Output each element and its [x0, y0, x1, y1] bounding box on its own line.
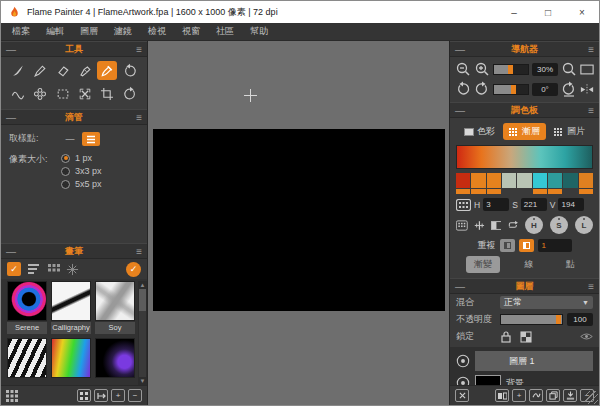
gradient-bar[interactable]	[456, 145, 593, 169]
select-rectangle-tool[interactable]	[53, 84, 73, 103]
lightness-dial[interactable]: L	[575, 216, 593, 234]
zoom-in-icon[interactable]	[474, 61, 490, 77]
menu-window[interactable]: 視窗	[175, 23, 207, 40]
brush-thumbnail[interactable]	[95, 338, 135, 378]
add-layer-button[interactable]: +	[512, 389, 526, 402]
spread-icon[interactable]	[474, 219, 485, 232]
rotation-slider[interactable]	[493, 84, 529, 95]
brush-item[interactable]: Soy	[95, 281, 135, 334]
swatch[interactable]	[502, 173, 516, 194]
swatch[interactable]	[548, 173, 562, 194]
swatch[interactable]	[533, 173, 547, 194]
transform-tool[interactable]	[75, 84, 95, 103]
brush-thumbnail[interactable]	[95, 281, 135, 321]
brush-item[interactable]	[7, 338, 47, 378]
collapse-icon[interactable]: —	[6, 246, 18, 257]
swatch[interactable]	[517, 173, 531, 194]
rotate-left-icon[interactable]	[455, 81, 471, 97]
mode-point-button[interactable]: 點	[558, 256, 583, 273]
swatch-color[interactable]	[548, 173, 562, 188]
contrast-icon[interactable]	[491, 220, 502, 231]
zoom-slider[interactable]	[493, 64, 529, 75]
grid-options-icon[interactable]	[456, 219, 468, 232]
collapse-icon[interactable]: —	[455, 281, 467, 292]
swatch-color[interactable]	[502, 173, 516, 188]
collapse-icon[interactable]: —	[6, 112, 18, 123]
close-button[interactable]: ×	[565, 1, 599, 23]
visibility-eye-icon[interactable]	[456, 354, 470, 368]
add-brush-button[interactable]: +	[111, 389, 125, 402]
menu-filter[interactable]: 濾鏡	[107, 23, 139, 40]
panel-menu-icon[interactable]: ≡	[582, 281, 594, 292]
slider-handle[interactable]	[511, 85, 516, 94]
repeat-on-toggle[interactable]	[519, 239, 534, 252]
lock-transparency-icon[interactable]	[520, 331, 532, 343]
flame-brush-tool[interactable]	[8, 61, 28, 80]
favorites-filter-checkbox[interactable]: ✓	[7, 262, 21, 276]
undo-button[interactable]	[120, 61, 140, 80]
export-layer-button[interactable]	[495, 389, 509, 402]
swatch[interactable]	[487, 173, 501, 194]
repeat-count-input[interactable]: 1	[538, 239, 572, 252]
swatch[interactable]	[563, 173, 577, 194]
layer-row-1[interactable]: 圖層 1	[450, 351, 599, 371]
scroll-up-icon[interactable]: ▲	[140, 282, 146, 288]
ink-brush-tool[interactable]	[75, 61, 95, 80]
lock-icon[interactable]	[500, 330, 512, 343]
mode-line-button[interactable]: 線	[517, 256, 542, 273]
crop-tool[interactable]	[97, 84, 117, 103]
repeat-off-toggle[interactable]	[500, 239, 515, 252]
collapse-icon[interactable]: —	[6, 44, 18, 55]
scrollbar-track[interactable]	[139, 289, 146, 377]
swatch-color[interactable]	[487, 173, 501, 188]
swatch-color[interactable]	[533, 173, 547, 188]
eraser-tool[interactable]	[53, 61, 73, 80]
swatch-color[interactable]	[471, 173, 485, 188]
minimize-button[interactable]: –	[497, 1, 531, 23]
panel-menu-icon[interactable]: ≡	[130, 246, 142, 257]
duplicate-layer-button[interactable]	[546, 389, 560, 402]
flip-horizontal-icon[interactable]	[580, 83, 594, 96]
swatch[interactable]	[579, 173, 593, 194]
radio-1px[interactable]: 1 px	[61, 153, 102, 163]
tab-gradient[interactable]: 漸層	[503, 123, 546, 140]
redo-button[interactable]	[120, 84, 140, 103]
menu-edit[interactable]: 編輯	[39, 23, 71, 40]
convert-layer-button[interactable]	[529, 389, 543, 402]
h-input[interactable]: 3	[483, 198, 509, 211]
window-resize-grip[interactable]	[585, 391, 598, 404]
panel-menu-icon[interactable]: ≡	[582, 44, 594, 55]
swatch-color[interactable]	[563, 173, 577, 188]
slider-handle[interactable]	[556, 315, 561, 324]
brush-item[interactable]	[95, 338, 135, 378]
brush-thumbnail[interactable]	[51, 338, 91, 378]
collapse-icon[interactable]: —	[455, 105, 467, 116]
smooth-curve-tool[interactable]	[8, 84, 28, 103]
slider-handle[interactable]	[508, 65, 513, 74]
zoom-out-icon[interactable]	[455, 61, 471, 77]
clear-layer-button[interactable]	[455, 389, 469, 402]
menu-layer[interactable]: 圖層	[73, 23, 105, 40]
swatch[interactable]	[456, 173, 470, 194]
eye-icon[interactable]	[580, 332, 593, 341]
fit-screen-icon[interactable]	[580, 64, 594, 75]
opacity-slider[interactable]	[500, 314, 563, 325]
menu-community[interactable]: 社區	[209, 23, 241, 40]
sparkle-icon[interactable]	[66, 263, 79, 276]
canvas-area[interactable]	[148, 41, 449, 405]
selected-layer-bar[interactable]: 圖層 1	[475, 351, 593, 371]
brush-group-button[interactable]	[77, 389, 91, 402]
menu-view[interactable]: 檢視	[141, 23, 173, 40]
swatch-color[interactable]	[517, 173, 531, 188]
panel-menu-icon[interactable]: ≡	[130, 44, 142, 55]
swatch-color[interactable]	[579, 173, 593, 188]
swatch[interactable]	[471, 173, 485, 194]
brush-thumbnail[interactable]	[7, 338, 47, 378]
magnifier-icon[interactable]	[561, 61, 577, 77]
canvas-document[interactable]	[153, 129, 445, 311]
collapse-icon[interactable]: —	[455, 44, 467, 55]
menu-file[interactable]: 檔案	[5, 23, 37, 40]
radio-5x5px[interactable]: 5x5 px	[61, 179, 102, 189]
swatch-color[interactable]	[456, 173, 470, 188]
repeat-loop-icon[interactable]	[507, 219, 519, 231]
